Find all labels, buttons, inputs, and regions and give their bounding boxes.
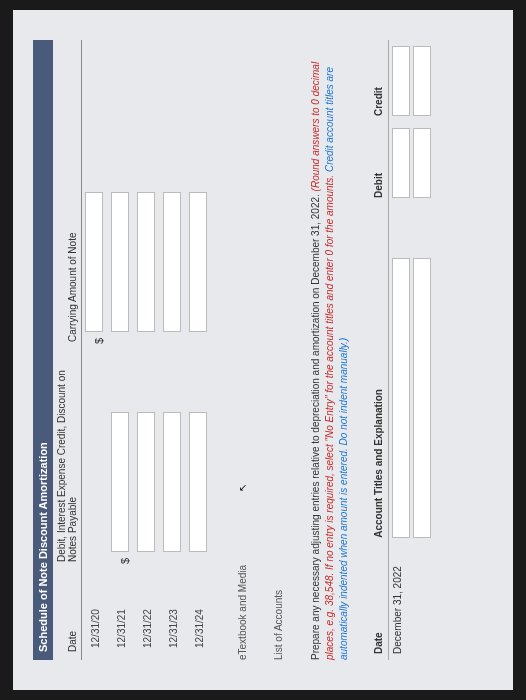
date-cell: 12/31/24 bbox=[186, 570, 212, 660]
journal-header-row: Date Account Titles and Explanation Debi… bbox=[369, 40, 389, 660]
date-cell: 12/31/21 bbox=[108, 570, 134, 660]
debit-input[interactable] bbox=[413, 128, 431, 198]
jcol-debit: Debit bbox=[369, 122, 389, 204]
account-title-input[interactable] bbox=[392, 258, 410, 538]
schedule-title: Schedule of Note Discount Amortization bbox=[33, 40, 53, 660]
carrying-input[interactable] bbox=[163, 192, 181, 332]
col-expense: Debit, Interest Expense Credit, Discount… bbox=[53, 350, 82, 570]
carrying-input[interactable] bbox=[111, 192, 129, 332]
links-row: eTextbook and Media ↖ bbox=[237, 40, 248, 660]
expense-input[interactable] bbox=[189, 412, 207, 552]
instruction-text: Prepare any necessary adjusting entries … bbox=[309, 40, 351, 660]
expense-input[interactable] bbox=[111, 412, 129, 552]
credit-input[interactable] bbox=[392, 46, 410, 116]
table-row: 12/31/24 bbox=[186, 40, 212, 660]
journal-date: December 31, 2022 bbox=[389, 544, 438, 660]
expense-input[interactable] bbox=[137, 412, 155, 552]
journal-row: December 31, 2022 bbox=[389, 40, 438, 660]
col-date: Date bbox=[53, 570, 82, 660]
links-row2: List of Accounts bbox=[273, 40, 284, 660]
expense-input[interactable] bbox=[163, 412, 181, 552]
table-row: 12/31/22 bbox=[134, 40, 160, 660]
carrying-input[interactable] bbox=[137, 192, 155, 332]
table-row: 12/31/21 $ bbox=[108, 40, 134, 660]
jcol-titles: Account Titles and Explanation bbox=[369, 204, 389, 544]
list-accounts-link[interactable]: List of Accounts bbox=[273, 590, 284, 660]
col-carrying: Carrying Amount of Note bbox=[53, 40, 82, 350]
carrying-input[interactable] bbox=[189, 192, 207, 332]
schedule-header-row: Date Debit, Interest Expense Credit, Dis… bbox=[53, 40, 82, 660]
date-cell: 12/31/20 bbox=[82, 570, 109, 660]
instruction-plain: Prepare any necessary adjusting entries … bbox=[310, 191, 321, 660]
date-cell: 12/31/22 bbox=[134, 570, 160, 660]
carrying-input[interactable] bbox=[85, 192, 103, 332]
credit-input[interactable] bbox=[413, 46, 431, 116]
jcol-date: Date bbox=[369, 544, 389, 660]
journal-table: Date Account Titles and Explanation Debi… bbox=[369, 40, 437, 660]
etextbook-link[interactable]: eTextbook and Media bbox=[237, 565, 248, 660]
jcol-credit: Credit bbox=[369, 40, 389, 122]
debit-input[interactable] bbox=[392, 128, 410, 198]
cursor-icon: ↖ bbox=[237, 484, 248, 492]
date-cell: 12/31/23 bbox=[160, 570, 186, 660]
currency: $ bbox=[93, 332, 105, 344]
schedule-table: Date Debit, Interest Expense Credit, Dis… bbox=[53, 40, 212, 660]
table-row: 12/31/23 bbox=[160, 40, 186, 660]
page-content: Schedule of Note Discount Amortization D… bbox=[13, 10, 513, 690]
account-title-input[interactable] bbox=[413, 258, 431, 538]
currency: $ bbox=[119, 552, 131, 564]
table-row: 12/31/20 $ bbox=[82, 40, 109, 660]
